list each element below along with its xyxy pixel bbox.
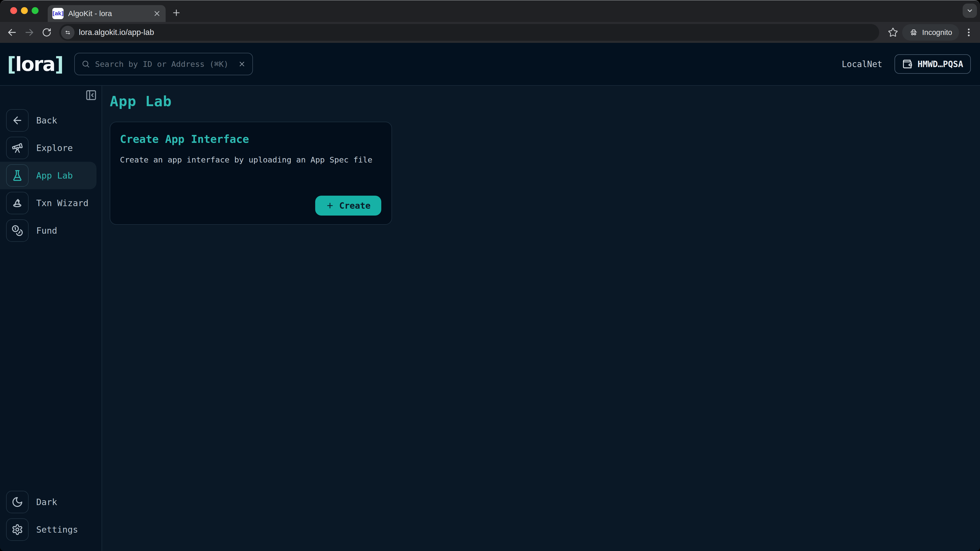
close-window-button[interactable] [10, 7, 17, 14]
collapse-sidebar-icon[interactable] [85, 89, 97, 101]
main-content: App Lab Create App Interface Create an a… [102, 86, 980, 551]
search-box[interactable] [74, 53, 253, 75]
incognito-label: Incognito [922, 28, 952, 37]
sidebar-item-txn-wizard[interactable]: Txn Wizard [0, 189, 102, 217]
search-input[interactable] [95, 59, 234, 69]
sidebar-item-theme-dark[interactable]: Dark [0, 488, 102, 516]
gear-icon [6, 518, 29, 541]
url-text: lora.algokit.io/app-lab [79, 28, 154, 37]
browser-window: [ak] AlgoKit - lora lora.algokit.io/a [0, 0, 980, 551]
sidebar-item-back[interactable]: Back [0, 106, 102, 134]
tab-close-icon[interactable] [153, 10, 161, 17]
tab-strip: [ak] AlgoKit - lora [0, 0, 980, 22]
sidebar: Back Explore App Lab [0, 86, 102, 551]
incognito-icon [909, 28, 918, 37]
tab-search-button[interactable] [963, 3, 977, 18]
create-app-interface-card: Create App Interface Create an app inter… [110, 122, 392, 225]
zoom-window-button[interactable] [32, 7, 38, 14]
back-icon[interactable] [6, 27, 18, 38]
sidebar-item-label: Back [36, 115, 57, 125]
sidebar-footer: Dark Settings [0, 488, 102, 551]
sidebar-nav: Back Explore App Lab [0, 106, 102, 245]
wizard-hat-icon [6, 192, 29, 214]
sidebar-item-label: App Lab [36, 170, 73, 181]
forward-icon[interactable] [24, 27, 35, 38]
clear-search-icon[interactable] [238, 60, 246, 68]
network-label: LocalNet [842, 59, 882, 69]
browser-tab[interactable]: [ak] AlgoKit - lora [48, 5, 165, 22]
app-body: Back Explore App Lab [0, 86, 980, 551]
sidebar-item-label: Settings [36, 524, 78, 535]
traffic-lights [10, 7, 38, 14]
flask-icon [6, 164, 29, 187]
coins-icon [6, 219, 29, 242]
sidebar-item-fund[interactable]: Fund [0, 217, 102, 245]
logo-bracket-open: [ [7, 53, 15, 76]
browser-toolbar: lora.algokit.io/app-lab Incognito [0, 22, 980, 43]
sidebar-item-app-lab[interactable]: App Lab [0, 162, 97, 189]
logo-word: lora [15, 53, 55, 76]
incognito-badge: Incognito [902, 24, 959, 41]
app-header: [lora] LocalNet HMWD…PQSA [0, 43, 980, 86]
card-title: Create App Interface [120, 133, 381, 145]
sidebar-item-label: Dark [36, 497, 57, 507]
lora-app: [lora] LocalNet HMWD…PQSA [0, 43, 980, 551]
create-button-label: Create [339, 200, 371, 211]
search-icon [81, 60, 90, 68]
plus-icon [326, 202, 334, 210]
lora-logo[interactable]: [lora] [7, 53, 63, 76]
bookmark-star-icon[interactable] [888, 27, 898, 38]
new-tab-button[interactable] [169, 6, 183, 20]
create-button[interactable]: Create [315, 196, 381, 216]
site-settings-icon[interactable] [61, 26, 75, 39]
telescope-icon [6, 137, 29, 159]
sidebar-item-label: Fund [36, 225, 57, 236]
header-right: LocalNet HMWD…PQSA [842, 54, 971, 74]
moon-icon [6, 491, 29, 513]
tab-favicon: [ak] [52, 8, 64, 19]
address-bar[interactable]: lora.algokit.io/app-lab [59, 24, 879, 41]
wallet-address: HMWD…PQSA [918, 59, 963, 69]
card-actions: Create [120, 196, 381, 216]
sidebar-item-label: Explore [36, 143, 73, 153]
browser-menu-icon[interactable] [964, 27, 974, 38]
card-description: Create an app interface by uploading an … [120, 155, 381, 164]
wallet-button[interactable]: HMWD…PQSA [894, 54, 971, 74]
tab-title: AlgoKit - lora [68, 9, 148, 18]
sidebar-item-settings[interactable]: Settings [0, 516, 102, 543]
arrow-left-icon [6, 109, 29, 132]
logo-bracket-close: ] [55, 53, 63, 76]
wallet-icon [902, 59, 912, 69]
sidebar-item-label: Txn Wizard [36, 198, 89, 208]
sidebar-item-explore[interactable]: Explore [0, 134, 102, 162]
reload-icon[interactable] [41, 27, 52, 38]
page-title: App Lab [110, 93, 980, 110]
minimize-window-button[interactable] [21, 7, 28, 14]
